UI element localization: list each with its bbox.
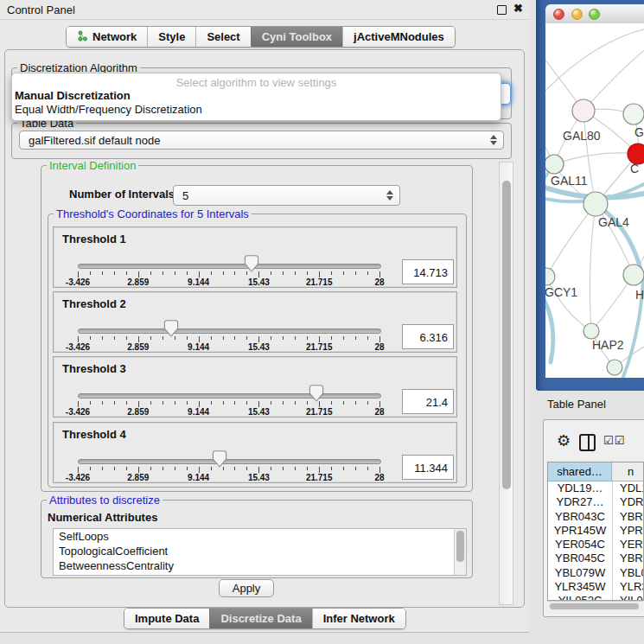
apply-button[interactable]: Apply <box>219 579 274 597</box>
node-attribute-table[interactable]: shared… n YDL19…YDL1YDR27…YDR2YBR043CYBR… <box>547 462 644 601</box>
gear-icon[interactable]: ⚙ <box>557 431 571 450</box>
node-label: GA <box>634 125 644 139</box>
threshold-value-field[interactable]: 21.4 <box>402 389 454 414</box>
slider-track[interactable] <box>78 459 381 464</box>
combo-stepper-icon <box>386 190 393 201</box>
tab-impute-data[interactable]: Impute Data <box>124 609 209 628</box>
table-row[interactable]: YER054CYER0 <box>548 538 643 552</box>
network-window-titlebar <box>545 4 644 24</box>
attribute-item-selfloops[interactable]: SelfLoops <box>54 529 466 544</box>
table-row[interactable]: YPR145WYPR1 <box>548 524 643 538</box>
table-row[interactable]: YBR043CYBR0 <box>548 510 643 524</box>
network-edge <box>583 111 596 204</box>
minimize-traffic-light[interactable] <box>571 9 583 20</box>
close-traffic-light[interactable] <box>553 9 564 20</box>
tab-select[interactable]: Select <box>195 27 250 47</box>
node-label: HAP2 <box>592 338 624 352</box>
slider-thumb[interactable] <box>309 385 324 402</box>
float-window-icon[interactable] <box>497 5 507 15</box>
network-node-gal11[interactable] <box>545 155 564 174</box>
threshold-panel-2: Threshold 2-3.4262.8599.14415.4321.71528… <box>53 291 457 353</box>
panel-vertical-scrollbar[interactable] <box>499 162 513 605</box>
cell-shared-name[interactable]: YIL052C <box>548 594 612 601</box>
table-row[interactable]: YIL052CYIL0 <box>548 594 643 601</box>
toolbox-tab-bar: NetworkStyleSelectCyni ToolboxjActiveMNo… <box>66 26 456 48</box>
cell-shared-name[interactable]: YBR045C <box>548 552 612 565</box>
tab-cyni-toolbox[interactable]: Cyni Toolbox <box>251 27 342 47</box>
cell-name[interactable]: YLR3 <box>620 580 643 594</box>
threshold-label: Threshold 1 <box>62 233 126 245</box>
cell-name[interactable]: YDL1 <box>620 481 643 495</box>
column-layout-icon[interactable] <box>579 434 596 451</box>
cell-name[interactable]: YIL0 <box>620 594 643 601</box>
algorithm-option-manual-discretization[interactable]: Manual Discretization <box>15 89 131 102</box>
cell-name[interactable]: YBL0 <box>620 566 643 580</box>
tab-style[interactable]: Style <box>147 27 195 47</box>
zoom-traffic-light[interactable] <box>589 9 600 20</box>
attribute-item-betweennesscentrality[interactable]: BetweennessCentrality <box>54 558 466 573</box>
table-row[interactable]: YDR27…YDR2 <box>548 495 643 509</box>
network-node-hap2[interactable] <box>583 323 599 339</box>
network-node-gal4[interactable] <box>583 192 608 216</box>
attribute-item-topologicalcoefficient[interactable]: TopologicalCoefficient <box>54 544 466 558</box>
cell-name[interactable]: YPR1 <box>620 524 643 538</box>
threshold-value-field[interactable]: 11.344 <box>402 455 454 480</box>
node-label: GCY1 <box>545 285 577 299</box>
tab-jactivemnodules[interactable]: jActiveMNodules <box>342 27 455 47</box>
table-data-combo-value: galFiltered.sif default node <box>29 134 160 147</box>
cell-shared-name[interactable]: YBR043C <box>548 510 612 524</box>
network-node-ga[interactable] <box>623 104 644 124</box>
cell-name[interactable]: YBR0 <box>620 510 643 524</box>
numerical-attributes-list[interactable]: SelfLoopsTopologicalCoefficientBetweenne… <box>53 528 467 576</box>
tab-infer-network[interactable]: Infer Network <box>312 609 405 628</box>
cell-shared-name[interactable]: YBL079W <box>548 566 612 580</box>
slider-track[interactable] <box>78 264 381 269</box>
network-node-gal80[interactable] <box>572 99 595 122</box>
table-row[interactable]: YBL079WYBL0 <box>548 566 643 580</box>
tab-discretize-data[interactable]: Discretize Data <box>209 609 311 628</box>
column-header-shared-name[interactable]: shared… <box>548 462 612 481</box>
control-panel-title: Control Panel <box>7 3 75 16</box>
table-row[interactable]: YBR045CYBR0 <box>548 552 643 565</box>
table-horizontal-scrollbar[interactable] <box>548 601 643 611</box>
tab-label: jActiveMNodules <box>354 30 444 43</box>
slider-tick-labels: -3.4262.8599.14415.4321.71528 <box>78 407 379 418</box>
table-row[interactable]: YDL19…YDL1 <box>548 481 643 495</box>
interval-definition-group-title: Interval Definition <box>47 159 138 172</box>
threshold-value-field[interactable]: 6.316 <box>402 324 454 349</box>
network-node-gcy1[interactable] <box>545 268 555 285</box>
cell-name[interactable]: YDR2 <box>620 495 643 509</box>
cell-shared-name[interactable]: YER054C <box>548 538 612 552</box>
slider-track[interactable] <box>78 328 381 334</box>
close-icon[interactable]: ✖ <box>513 2 523 15</box>
scrollbar-thumb[interactable] <box>456 531 464 562</box>
cell-shared-name[interactable]: YPR145W <box>548 524 612 538</box>
network-node-h[interactable] <box>623 265 644 285</box>
threshold-value-field[interactable]: 14.713 <box>402 259 454 284</box>
cell-shared-name[interactable]: YDR27… <box>548 495 612 509</box>
tab-label: Discretize Data <box>220 612 301 625</box>
cell-name[interactable]: YBR0 <box>620 552 643 565</box>
column-header-name[interactable]: n <box>612 462 644 481</box>
table-data-combo[interactable]: galFiltered.sif default node <box>19 131 504 150</box>
attribute-list-scrollbar[interactable] <box>454 529 466 575</box>
node-label: GAL11 <box>551 174 588 188</box>
table-row[interactable]: YLR345WYLR3 <box>548 580 643 594</box>
algorithm-option-equal-width-frequency-discretization[interactable]: Equal Width/Frequency Discretization <box>15 103 202 116</box>
network-node[interactable] <box>607 360 622 375</box>
node-label: H <box>635 288 644 302</box>
slider-thumb[interactable] <box>163 320 179 337</box>
number-of-intervals-combo[interactable]: 5 <box>173 185 400 206</box>
checkbox-icons[interactable]: ☑☑ <box>603 434 625 447</box>
scrollbar-thumb[interactable] <box>502 181 511 489</box>
cell-shared-name[interactable]: YLR345W <box>548 580 612 594</box>
scrollbar-thumb[interactable] <box>550 603 639 609</box>
cell-name[interactable]: YER0 <box>620 538 643 552</box>
slider-thumb[interactable] <box>212 450 227 468</box>
network-canvas[interactable]: GAL80GACGAL11GAL4GCY1HHAP2 <box>545 23 644 378</box>
cell-shared-name[interactable]: YDL19… <box>548 481 612 495</box>
tab-network[interactable]: Network <box>67 27 147 47</box>
slider-track[interactable] <box>78 393 381 399</box>
slider-thumb[interactable] <box>244 255 259 272</box>
table-panel-title: Table Panel <box>547 398 606 411</box>
